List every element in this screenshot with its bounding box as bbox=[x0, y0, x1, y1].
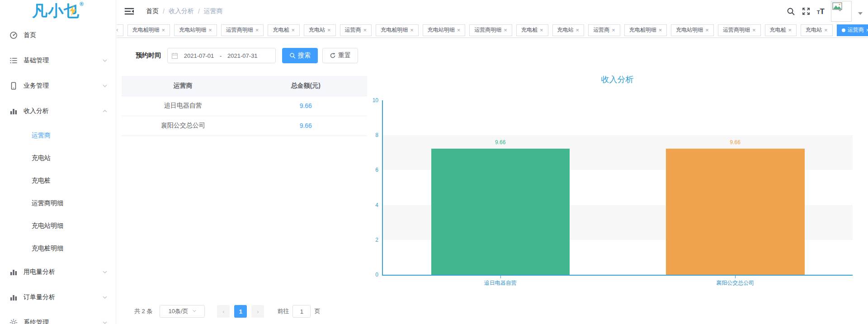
column-operator: 运营商 bbox=[122, 76, 245, 96]
date-start-input[interactable] bbox=[180, 52, 218, 59]
refresh-icon bbox=[330, 52, 336, 59]
tab-item[interactable]: 充电站× bbox=[552, 24, 585, 36]
submenu-item-pile-detail[interactable]: 充电桩明细 bbox=[0, 237, 116, 259]
chart-title: 收入分析 bbox=[382, 74, 853, 85]
registered-mark: ® bbox=[80, 1, 84, 7]
tab-item[interactable]: 充电桩明细× bbox=[624, 24, 667, 36]
close-icon[interactable]: × bbox=[410, 27, 414, 33]
close-icon[interactable]: × bbox=[824, 27, 828, 33]
gear-icon bbox=[9, 318, 18, 324]
submenu-item-pile[interactable]: 充电桩 bbox=[0, 169, 116, 192]
breadcrumb: 首页 / 收入分析 / 运营商 bbox=[146, 7, 223, 15]
sidebar-item-order-analysis[interactable]: 订单量分析 bbox=[0, 285, 116, 310]
sidebar-item-business-mgmt[interactable]: 业务管理 bbox=[0, 73, 116, 99]
prev-page-button[interactable]: ‹ bbox=[217, 305, 230, 318]
tab-item[interactable]: 运营商明细× bbox=[221, 24, 264, 36]
submenu-item-station-detail[interactable]: 充电站明细 bbox=[0, 214, 116, 237]
close-icon[interactable]: × bbox=[705, 27, 709, 33]
chevron-down-icon bbox=[102, 83, 108, 89]
breadcrumb-income-analysis: 收入分析 bbox=[169, 7, 194, 15]
close-icon[interactable]: × bbox=[208, 27, 212, 33]
pagination: 共 2 条 10条/页 ‹ 1 › 前往 页 bbox=[134, 305, 320, 318]
breadcrumb-operator: 运营商 bbox=[204, 7, 223, 15]
close-icon[interactable]: × bbox=[752, 27, 756, 33]
close-icon[interactable]: × bbox=[162, 27, 165, 33]
tab-item-active[interactable]: 运营商× bbox=[837, 24, 868, 36]
submenu-item-operator-detail[interactable]: 运营商明细 bbox=[0, 192, 116, 214]
sidebar-item-income-analysis[interactable]: 收入分析 bbox=[0, 99, 116, 124]
breadcrumb-home[interactable]: 首页 bbox=[146, 7, 159, 15]
chevron-down-icon bbox=[192, 309, 197, 314]
tab-bar: 运营商× 充电桩明细× 充电站明细× 运营商明细× 充电桩× 充电站× 运营商×… bbox=[117, 23, 868, 38]
close-icon[interactable]: × bbox=[457, 27, 461, 33]
close-icon[interactable]: × bbox=[291, 27, 295, 33]
tab-item[interactable]: 充电站明细× bbox=[671, 24, 714, 36]
bar-value-label: 9.66 bbox=[495, 139, 505, 146]
close-icon[interactable]: × bbox=[540, 27, 543, 33]
sidebar-item-system-mgmt[interactable]: 系统管理 bbox=[0, 310, 116, 324]
next-page-button[interactable]: › bbox=[251, 305, 264, 318]
calendar-icon bbox=[171, 52, 178, 59]
operator-table: 运营商 总金额(元) 追日电器自营 9.66 襄阳公交总公司 9.66 bbox=[122, 76, 367, 136]
tab-item[interactable]: 充电站明细× bbox=[423, 24, 466, 36]
sidebar-item-home[interactable]: 首页 bbox=[0, 23, 116, 48]
tab-item[interactable]: 运营商× bbox=[117, 24, 123, 36]
app-logo[interactable]: 凡小乜 ® bbox=[0, 0, 116, 23]
date-range-picker[interactable]: - bbox=[167, 48, 276, 63]
close-icon[interactable]: × bbox=[363, 27, 367, 33]
amount-link[interactable]: 9.66 bbox=[300, 102, 312, 109]
table-header-row: 运营商 总金额(元) bbox=[122, 76, 367, 96]
tab-item[interactable]: 充电桩× bbox=[516, 24, 548, 36]
table-row: 追日电器自营 9.66 bbox=[122, 96, 367, 116]
list-icon bbox=[9, 56, 18, 65]
tab-item[interactable]: 充电桩明细× bbox=[376, 24, 419, 36]
page-size-select[interactable]: 10条/页 bbox=[160, 305, 205, 318]
x-axis-tick bbox=[500, 276, 501, 278]
tab-item[interactable]: 充电桩× bbox=[765, 24, 797, 36]
bar-chart-icon bbox=[9, 268, 18, 277]
sidebar-item-power-analysis[interactable]: 用电量分析 bbox=[0, 259, 116, 285]
fullscreen-icon[interactable] bbox=[802, 7, 811, 16]
close-icon[interactable]: × bbox=[255, 27, 259, 33]
font-size-icon[interactable]: TT bbox=[817, 8, 825, 15]
search-icon bbox=[289, 52, 296, 59]
tab-item[interactable]: 充电站× bbox=[801, 24, 833, 36]
phone-icon bbox=[9, 81, 18, 90]
tab-item[interactable]: 充电站× bbox=[304, 24, 336, 36]
y-axis-tick: 0 bbox=[365, 272, 378, 278]
close-icon[interactable]: × bbox=[659, 27, 662, 33]
y-axis-tick: 8 bbox=[365, 132, 378, 138]
submenu-item-operator[interactable]: 运营商 bbox=[0, 124, 116, 146]
tab-item[interactable]: 运营商× bbox=[588, 24, 620, 36]
x-axis-label: 襄阳公交总公司 bbox=[618, 279, 853, 287]
search-icon[interactable] bbox=[786, 7, 795, 16]
column-total-amount: 总金额(元) bbox=[245, 76, 368, 96]
tab-item[interactable]: 充电桩× bbox=[268, 24, 300, 36]
close-icon[interactable]: × bbox=[788, 27, 792, 33]
tab-item[interactable]: 充电桩明细× bbox=[127, 24, 170, 36]
dashboard-icon bbox=[9, 31, 18, 40]
search-button[interactable]: 搜索 bbox=[282, 48, 318, 63]
avatar[interactable] bbox=[831, 1, 852, 22]
tab-item[interactable]: 运营商明细× bbox=[718, 24, 761, 36]
page-number-active[interactable]: 1 bbox=[234, 305, 247, 318]
date-end-input[interactable] bbox=[223, 52, 261, 59]
close-icon[interactable]: × bbox=[117, 27, 118, 33]
submenu-item-station[interactable]: 充电站 bbox=[0, 146, 116, 169]
tab-item[interactable]: 运营商× bbox=[340, 24, 372, 36]
close-icon[interactable]: × bbox=[866, 27, 868, 33]
amount-link[interactable]: 9.66 bbox=[300, 122, 312, 129]
close-icon[interactable]: × bbox=[612, 27, 615, 33]
close-icon[interactable]: × bbox=[327, 27, 331, 33]
tab-item[interactable]: 充电站明细× bbox=[174, 24, 217, 36]
reset-button[interactable]: 重置 bbox=[322, 48, 358, 63]
close-icon[interactable]: × bbox=[576, 27, 580, 33]
close-icon[interactable]: × bbox=[504, 27, 507, 33]
sidebar-item-basic-mgmt[interactable]: 基础管理 bbox=[0, 48, 116, 73]
chevron-down-icon[interactable] bbox=[858, 12, 863, 15]
table-row: 襄阳公交总公司 9.66 bbox=[122, 116, 367, 136]
tab-item[interactable]: 运营商明细× bbox=[469, 24, 512, 36]
sidebar-collapse-icon[interactable] bbox=[124, 7, 134, 16]
topbar-actions: TT bbox=[786, 1, 868, 22]
goto-page-input[interactable] bbox=[292, 305, 311, 318]
